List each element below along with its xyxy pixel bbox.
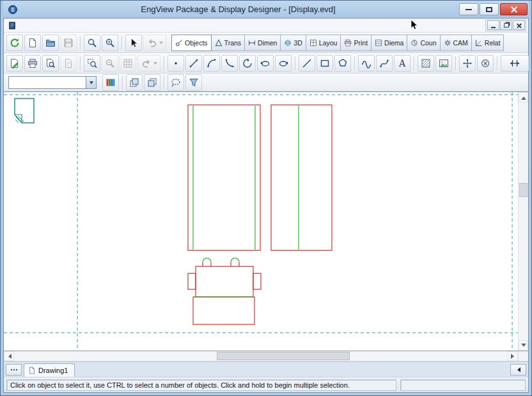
color-bars-button[interactable] bbox=[102, 74, 119, 91]
drawing-canvas[interactable] bbox=[4, 92, 518, 351]
rotate-cw-button[interactable] bbox=[275, 55, 292, 72]
tab-scroll-left-button[interactable] bbox=[510, 364, 526, 376]
style-combo bbox=[8, 76, 97, 89]
scroll-up-button[interactable] bbox=[519, 92, 528, 102]
edit-sheet-icon bbox=[10, 58, 20, 68]
toolbar-tab-layou[interactable]: Layou bbox=[306, 35, 341, 51]
menu-item-tools[interactable] bbox=[100, 24, 109, 28]
dim-cross-button[interactable] bbox=[459, 55, 476, 72]
rotate-ccw-button[interactable] bbox=[257, 55, 274, 72]
polygon-button[interactable] bbox=[334, 55, 351, 72]
maximize-button[interactable] bbox=[480, 3, 499, 15]
standard-buttons bbox=[6, 35, 167, 51]
point-button[interactable] bbox=[168, 55, 184, 72]
tab-print-icon bbox=[344, 39, 352, 47]
vertical-scrollbar[interactable] bbox=[518, 92, 528, 351]
toolbar-tab-diema[interactable]: Diema bbox=[371, 35, 407, 51]
mdi-restore-button[interactable] bbox=[500, 20, 512, 30]
app-logo-icon[interactable] bbox=[7, 4, 19, 15]
horizontal-scroll-thumb[interactable] bbox=[217, 352, 350, 360]
toolbar-tab-3d[interactable]: 3D bbox=[280, 35, 306, 51]
close-button[interactable] bbox=[500, 3, 528, 15]
image-button[interactable] bbox=[435, 55, 452, 72]
toolbar-tab-dimen[interactable]: Dimen bbox=[244, 35, 281, 51]
text-button[interactable]: A bbox=[394, 55, 411, 72]
layers-front-button[interactable] bbox=[126, 74, 143, 91]
save-button[interactable] bbox=[60, 35, 77, 51]
toolbar-separator bbox=[497, 56, 497, 70]
toolbar-separator bbox=[414, 56, 414, 70]
hatch-button[interactable] bbox=[418, 55, 434, 72]
tab-list-button[interactable] bbox=[6, 364, 22, 376]
menu-item-edit[interactable] bbox=[29, 24, 38, 28]
print-preview-button[interactable] bbox=[42, 55, 59, 72]
stretch-button[interactable] bbox=[501, 55, 529, 72]
zoom-button[interactable] bbox=[84, 35, 100, 51]
horizontal-scrollbar[interactable] bbox=[4, 351, 528, 361]
tab-drawing1[interactable]: Drawing1 bbox=[24, 363, 75, 377]
arrow-down-icon bbox=[521, 344, 526, 349]
sheet-page-icon bbox=[13, 97, 36, 127]
circle-x-button[interactable] bbox=[477, 55, 494, 72]
refresh-button[interactable] bbox=[6, 35, 23, 51]
menu-item-format[interactable] bbox=[47, 24, 56, 28]
filter-button[interactable] bbox=[185, 74, 202, 91]
zoom-out-icon bbox=[105, 58, 115, 68]
zoom-window-button[interactable] bbox=[84, 55, 100, 72]
menu-item-relations[interactable] bbox=[65, 24, 74, 28]
rect-tool-button[interactable] bbox=[317, 55, 333, 72]
document-system-icon[interactable] bbox=[7, 20, 17, 31]
arc-down-button[interactable] bbox=[203, 55, 220, 72]
horizontal-scroll-track[interactable] bbox=[14, 351, 508, 361]
style-combo-input[interactable] bbox=[9, 77, 86, 88]
wave-button[interactable] bbox=[358, 55, 375, 72]
layers-back-button[interactable] bbox=[144, 74, 160, 91]
toolbar-tab-print[interactable]: Print bbox=[340, 35, 372, 51]
undo-button[interactable] bbox=[143, 35, 166, 51]
menu-item-dimensions[interactable] bbox=[82, 24, 91, 28]
scroll-left-button[interactable] bbox=[4, 351, 14, 361]
toolbar-tab-trans[interactable]: Trans bbox=[211, 35, 245, 51]
spline-button[interactable] bbox=[376, 55, 393, 72]
menu-item-view[interactable] bbox=[38, 24, 47, 28]
scroll-down-button[interactable] bbox=[519, 340, 528, 351]
toolbar-tab-objects[interactable]: Objects bbox=[171, 35, 212, 51]
menu-item-file[interactable] bbox=[20, 24, 29, 28]
menu-item-layout[interactable] bbox=[91, 24, 100, 28]
wave-icon bbox=[361, 58, 372, 68]
arc-up-icon bbox=[224, 58, 235, 68]
cursor-button[interactable] bbox=[125, 35, 142, 51]
zoom-in-button[interactable] bbox=[102, 35, 118, 51]
toolbar-tab-coun[interactable]: Coun bbox=[407, 35, 440, 51]
line-button[interactable] bbox=[185, 55, 202, 72]
diag-line-button[interactable] bbox=[299, 55, 315, 72]
menu-item-objects[interactable] bbox=[56, 24, 65, 28]
mdi-close-button[interactable] bbox=[513, 20, 525, 30]
printer-button[interactable] bbox=[24, 55, 41, 72]
arc-up-button[interactable] bbox=[221, 55, 238, 72]
minimize-button[interactable] bbox=[459, 3, 478, 15]
vertical-scroll-thumb[interactable] bbox=[519, 183, 528, 197]
zoom-out-button[interactable] bbox=[102, 55, 118, 72]
toolbar-tab-cam[interactable]: CAM bbox=[440, 35, 472, 51]
page-setup-button[interactable] bbox=[60, 55, 77, 72]
circle-arc-button[interactable] bbox=[239, 55, 256, 72]
menu-item-transformations[interactable] bbox=[74, 24, 82, 28]
rotate-ccw-icon bbox=[260, 58, 270, 68]
lasso-button[interactable] bbox=[168, 74, 184, 91]
mdi-minimize-button[interactable] bbox=[487, 20, 499, 30]
edit-sheet-button[interactable] bbox=[6, 55, 23, 72]
layers-back-icon bbox=[147, 77, 157, 88]
redo-button[interactable] bbox=[137, 55, 160, 72]
grid-button[interactable] bbox=[120, 55, 136, 72]
menu-item-window[interactable] bbox=[109, 24, 118, 28]
new-doc-button[interactable] bbox=[24, 35, 41, 51]
toolbar-tab-relat[interactable]: Relat bbox=[471, 35, 505, 51]
color-bars-icon bbox=[106, 77, 116, 88]
vertical-scroll-track[interactable] bbox=[519, 102, 528, 340]
scroll-right-button[interactable] bbox=[508, 351, 518, 361]
combo-dropdown-button[interactable] bbox=[86, 77, 96, 88]
menu-item-help[interactable] bbox=[118, 24, 127, 28]
open-folder-button[interactable] bbox=[42, 35, 59, 51]
dieline-drawing[interactable] bbox=[4, 92, 518, 351]
